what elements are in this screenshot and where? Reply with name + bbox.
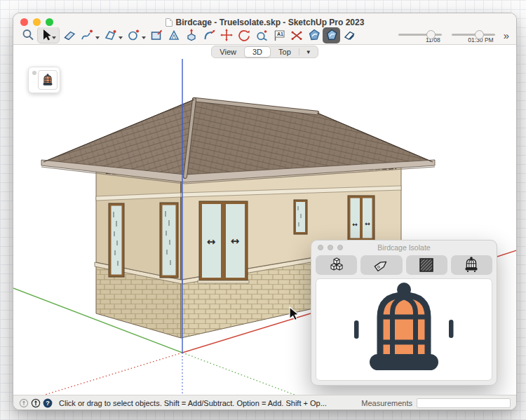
date-slider-label: 11/08 <box>398 36 442 43</box>
document-icon <box>166 18 173 27</box>
app-window: Birdcage - TrueIsolate.skp - SketchUp Pr… <box>13 13 517 410</box>
zoom-button[interactable] <box>46 18 53 26</box>
panel-window-controls <box>318 245 343 250</box>
instructor-button[interactable] <box>31 398 41 408</box>
date-slider-track[interactable] <box>398 34 442 36</box>
soften-edges-icon <box>342 28 356 42</box>
toolbar: A1 11/08 01:30 PM » <box>13 27 516 45</box>
measurements-label: Measurements <box>361 399 412 407</box>
tab-3d[interactable]: 3D <box>244 46 271 57</box>
push-pull-icon <box>184 28 198 42</box>
window-controls <box>20 18 53 26</box>
tape-measure-tool-button[interactable] <box>252 27 270 43</box>
materials-button[interactable] <box>406 255 447 275</box>
window-title: Birdcage - TrueIsolate.skp - SketchUp Pr… <box>176 18 365 27</box>
freehand-icon <box>80 28 94 42</box>
status-hint: Click or drag to select objects. Shift =… <box>59 399 327 407</box>
birdcage-mini-button[interactable] <box>38 70 58 90</box>
paint-tool-button[interactable] <box>305 27 323 43</box>
components-button[interactable] <box>316 255 357 275</box>
tab-view[interactable]: View <box>212 46 244 57</box>
hip-roof <box>41 100 435 184</box>
toolbar-right: 11/08 01:30 PM » <box>389 27 511 43</box>
search-icon <box>21 28 35 42</box>
select-arrow-icon <box>39 28 52 42</box>
svg-text:?: ? <box>46 400 50 407</box>
eraser-tool-button[interactable] <box>60 27 78 43</box>
panel-minimize-button[interactable] <box>328 245 333 250</box>
birdcage-mini-icon <box>41 73 55 87</box>
shadow-time-slider[interactable]: 01:30 PM <box>452 27 495 43</box>
shapes-tool-button[interactable] <box>101 27 119 43</box>
circle-tool-button[interactable] <box>124 27 142 43</box>
measurements-group: Measurements <box>361 398 511 408</box>
panel-titlebar[interactable]: Birdcage Isolate <box>311 241 497 255</box>
measurements-input[interactable] <box>417 398 511 408</box>
select-dropdown-caret[interactable] <box>52 36 56 39</box>
move-tool-button[interactable] <box>217 27 235 43</box>
select-tool-button[interactable] <box>37 27 60 43</box>
panel-zoom-button[interactable] <box>337 245 343 250</box>
tab-dropdown[interactable]: ▼ <box>299 46 318 57</box>
tab-top[interactable]: Top <box>271 46 299 57</box>
freehand-tool-button[interactable] <box>78 27 95 43</box>
follow-me-tool-button[interactable] <box>200 27 217 43</box>
mini-toolbar-dot <box>32 71 36 75</box>
date-slider-knob[interactable] <box>426 30 436 39</box>
birdcage-mini-toolbar[interactable] <box>28 67 60 93</box>
tag-icon <box>372 257 391 273</box>
help-button[interactable]: ? <box>43 398 53 408</box>
offset-tool-button[interactable] <box>165 27 182 43</box>
circle-dropdown-caret[interactable] <box>142 36 146 39</box>
svg-text:↔: ↔ <box>207 236 216 248</box>
shapes-dropdown-caret[interactable] <box>119 36 123 39</box>
birdcage-isolate-panel[interactable]: Birdcage Isolate <box>311 240 497 386</box>
search-tool-button[interactable] <box>19 27 36 43</box>
rotate-tool-button[interactable] <box>235 27 252 43</box>
tape-measure-icon <box>255 28 269 42</box>
birdcage-button[interactable] <box>451 255 492 275</box>
birdcage-button-icon <box>462 256 480 274</box>
push-pull-tool-button[interactable] <box>182 27 200 43</box>
components-icon <box>328 257 346 273</box>
panel-preview-area <box>316 278 492 381</box>
soften-edges-tool-button[interactable] <box>340 27 358 43</box>
instructor-icon <box>31 398 41 408</box>
eraser-icon <box>62 28 76 42</box>
time-slider-knob[interactable] <box>475 30 484 39</box>
freehand-dropdown-caret[interactable] <box>95 36 100 39</box>
geolocation-button[interactable] <box>19 398 29 408</box>
axes-icon <box>290 28 304 42</box>
titlebar: Birdcage - TrueIsolate.skp - SketchUp Pr… <box>13 13 516 27</box>
mini-toolbar-handle[interactable] <box>31 69 38 90</box>
materials-icon <box>417 257 436 273</box>
close-button[interactable] <box>20 18 28 26</box>
tag-button[interactable] <box>360 255 402 275</box>
rectangle-tool-button[interactable] <box>147 27 165 43</box>
axes-tool-button[interactable] <box>288 27 305 43</box>
help-icon: ? <box>43 398 53 408</box>
move-icon <box>220 28 234 42</box>
toolbar-overflow-button[interactable]: » <box>504 29 509 41</box>
model-viewport[interactable]: ↔ ↔ ↔ ↔ <box>13 59 516 395</box>
time-slider-track[interactable] <box>452 34 495 36</box>
time-slider-label: 01:30 PM <box>452 36 495 43</box>
svg-text:↔: ↔ <box>365 220 370 227</box>
minimize-button[interactable] <box>33 18 41 26</box>
shapes-icon <box>103 28 117 42</box>
geolocation-icon <box>19 398 29 408</box>
offset-icon <box>167 28 181 42</box>
text-tool-button[interactable]: A1 <box>270 27 288 43</box>
true-isolate-tool-button[interactable] <box>323 27 340 43</box>
paint-icon <box>307 28 321 42</box>
svg-text:↔: ↔ <box>231 235 240 248</box>
shadow-date-slider[interactable]: 11/08 <box>398 27 442 43</box>
window-title-row: Birdcage - TrueIsolate.skp - SketchUp Pr… <box>166 18 365 27</box>
rotate-icon <box>237 28 251 42</box>
birdcage-illustration <box>332 280 476 379</box>
panel-close-button[interactable] <box>318 245 323 250</box>
panel-title: Birdcage Isolate <box>377 243 430 252</box>
follow-me-icon <box>202 28 216 42</box>
true-isolate-icon <box>325 28 339 42</box>
panel-button-row <box>311 255 497 275</box>
